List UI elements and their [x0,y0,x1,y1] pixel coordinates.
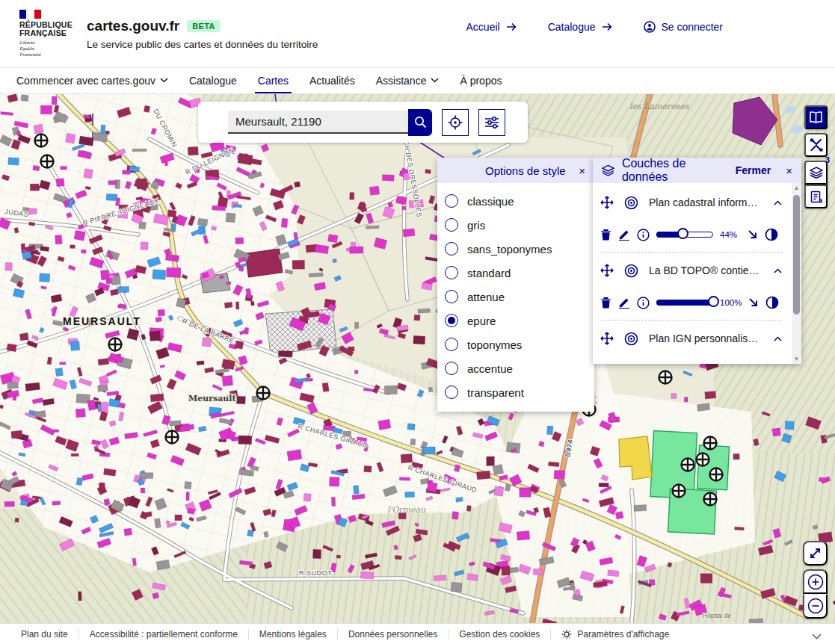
contrast-icon[interactable] [765,228,778,241]
edit-layer-icon[interactable] [618,229,630,241]
close-panel-button[interactable]: Fermer [736,164,771,176]
style-option-standard[interactable]: standard [445,261,594,285]
layer-info-icon[interactable] [637,229,650,241]
layers-button[interactable] [804,161,828,185]
edit-layer-icon[interactable] [618,297,630,309]
delete-layer-icon[interactable] [600,297,611,309]
style-option-transparent[interactable]: transparent [445,380,594,404]
chevron-down-icon [160,78,168,83]
radio-icon[interactable] [445,362,458,375]
footer-collapse-button[interactable] [812,629,822,643]
style-option-toponymes[interactable]: toponymes [445,332,594,356]
map-canvas[interactable]: MEURSAULT Meursault Meursault les Lamero… [0,94,835,623]
footer-link-accessibilite[interactable]: Accessibilité : partiellement conforme [78,629,248,640]
nav-item-assistance[interactable]: Assistance [366,67,450,93]
chevron-up-icon[interactable] [774,200,782,205]
move-layer-handle[interactable] [600,196,614,209]
scrollbar-thumb[interactable] [793,195,800,315]
opacity-slider[interactable] [656,300,713,306]
tools-icon [810,138,823,152]
chevron-down-icon [812,634,822,640]
visibility-eye-icon[interactable] [624,332,638,346]
close-icon[interactable]: × [786,165,792,176]
locate-icon [448,115,463,130]
delete-layer-icon[interactable] [600,229,611,241]
nav-item-cartes[interactable]: Cartes [247,67,299,93]
scroll-up-icon[interactable]: ▲ [792,183,801,193]
filters-button[interactable] [478,109,505,136]
layer-title[interactable]: Plan cadastral informat... [649,196,763,208]
contrast-icon[interactable] [765,296,779,309]
tools-button[interactable] [804,133,828,157]
site-header: RÉPUBLIQUEFRANÇAISE Liberté Égalité Frat… [0,0,835,67]
motto-egalite: Égalité [19,46,34,51]
nav-item-catalogue[interactable]: Catalogue [179,67,247,93]
gouv-logo: RÉPUBLIQUEFRANÇAISE Liberté Égalité Frat… [19,10,66,58]
move-layer-handle[interactable] [600,264,614,277]
scroll-down-icon[interactable]: ▼ [792,354,801,364]
visibility-eye-icon[interactable] [624,196,638,210]
style-option-accentue[interactable]: accentue [445,356,594,380]
layers-count-badge: 3 [825,155,830,164]
slider-thumb[interactable] [708,296,719,307]
layer-title[interactable]: La BD TOPO® contient ... [649,264,763,276]
footer-link-donnees-personnelles[interactable]: Données personnelles [337,629,448,640]
style-options-panel: Options de style × classique gris sans_t… [437,158,594,412]
style-option-epure[interactable]: epure [445,309,594,332]
chevron-up-icon[interactable] [774,336,782,341]
map-label-ormeau: l'Ormeau [387,505,426,515]
search-button[interactable] [408,109,432,136]
footer-display-settings[interactable]: Paramètres d'affichage [550,629,680,640]
republique-line2: FRANÇAISE [19,28,67,37]
opacity-slider[interactable] [656,232,713,238]
zoom-in-button[interactable] [803,569,828,594]
nav-item-commencer[interactable]: Commencer avec cartes.gouv [6,67,179,93]
radio-icon[interactable] [445,194,458,208]
header-link-accueil[interactable]: Accueil [466,21,517,33]
radio-icon[interactable] [445,338,458,351]
map-label-town-center: Meursault [188,394,236,403]
search-input[interactable] [228,111,408,134]
book-icon [809,111,823,123]
fullscreen-button[interactable] [803,541,828,566]
legend-button[interactable] [804,185,828,208]
panel-scrollbar[interactable]: ▲ ▼ [792,183,801,364]
radio-selected-icon[interactable] [445,314,458,327]
move-layer-handle[interactable] [600,332,614,345]
style-option-sans-toponymes[interactable]: sans_toponymes [445,237,594,261]
zoom-to-extent-icon[interactable] [748,229,758,240]
footer-link-gestion-cookies[interactable]: Gestion des cookies [448,629,550,640]
header-link-se-connecter[interactable]: Se connecter [644,21,724,33]
visibility-eye-icon[interactable] [624,264,638,278]
layers-panel-title: Couches de données [622,157,728,184]
layer-title[interactable]: Plan IGN personnalisab... [649,332,763,344]
search-icon [414,116,427,129]
search-panel [198,102,528,143]
chevron-up-icon[interactable] [774,268,782,273]
radio-icon[interactable] [445,218,458,232]
style-option-gris[interactable]: gris [445,213,594,237]
chevron-down-icon [431,78,439,83]
site-title[interactable]: cartes.gouv.fr [87,18,179,34]
map-label-lameroses: les Lameroses [629,102,690,111]
radio-icon[interactable] [445,266,458,279]
style-option-classique[interactable]: classique [445,189,594,213]
locate-button[interactable] [442,109,469,136]
zoom-out-button[interactable] [803,594,828,619]
radio-icon[interactable] [445,242,458,256]
map-label-town-big: MEURSAULT [63,315,141,327]
arrow-right-icon [506,22,517,31]
nav-item-actualites[interactable]: Actualités [299,67,366,93]
slider-thumb[interactable] [677,228,688,239]
map-catalog-button[interactable] [804,105,828,129]
zoom-to-extent-icon[interactable] [748,297,759,308]
layer-info-icon[interactable] [637,297,650,309]
radio-icon[interactable] [445,290,458,303]
header-link-catalogue[interactable]: Catalogue [548,21,612,33]
nav-item-a-propos[interactable]: À propos [449,67,512,93]
footer-link-mentions-legales[interactable]: Mentions légales [248,629,337,640]
close-icon[interactable]: × [579,165,585,176]
radio-icon[interactable] [445,386,458,399]
footer-link-plan-du-site[interactable]: Plan du site [10,629,78,640]
style-option-attenue[interactable]: attenue [445,285,594,309]
